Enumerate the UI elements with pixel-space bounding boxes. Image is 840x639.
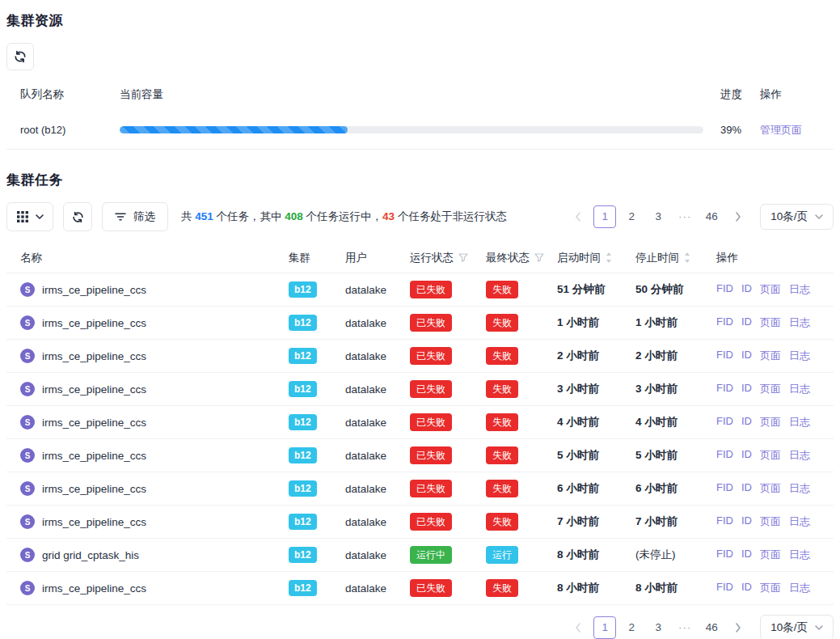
filter-funnel-icon[interactable] bbox=[458, 253, 468, 262]
user-header: 用户 bbox=[345, 251, 410, 265]
task-name: irms_ce_pipeline_ccs bbox=[42, 284, 146, 296]
id-link[interactable]: ID bbox=[741, 548, 752, 562]
fid-link[interactable]: FID bbox=[716, 581, 733, 595]
start-time: 8 小时前 bbox=[557, 581, 635, 595]
next-page-button[interactable] bbox=[727, 616, 749, 639]
sort-icon[interactable] bbox=[606, 252, 612, 263]
page-link[interactable]: 页面 bbox=[760, 315, 781, 330]
page-size-select[interactable]: 10条/页 bbox=[760, 204, 834, 230]
stop-time: 5 小时前 bbox=[635, 448, 716, 463]
final-status-badge: 运行 bbox=[486, 546, 518, 564]
pagination-ellipsis[interactable]: ··· bbox=[673, 205, 696, 228]
page-link[interactable]: 页面 bbox=[760, 349, 781, 363]
log-link[interactable]: 日志 bbox=[789, 382, 810, 396]
page-link[interactable]: 页面 bbox=[760, 415, 781, 430]
log-link[interactable]: 日志 bbox=[789, 548, 810, 562]
page-button-last[interactable]: 46 bbox=[700, 205, 723, 228]
prev-page-button[interactable] bbox=[567, 205, 589, 228]
queue-name-cell: root (b12) bbox=[20, 124, 120, 136]
fid-link[interactable]: FID bbox=[716, 382, 733, 396]
start-time: 1 小时前 bbox=[557, 315, 635, 330]
total-count: 451 bbox=[195, 210, 213, 222]
final-status-badge: 失败 bbox=[486, 513, 518, 531]
sort-icon[interactable] bbox=[684, 252, 690, 263]
page-link[interactable]: 页面 bbox=[760, 548, 781, 562]
start-time: 8 小时前 bbox=[557, 548, 635, 562]
stop-time: 2 小时前 bbox=[635, 349, 716, 363]
page-link[interactable]: 页面 bbox=[760, 448, 781, 463]
filter-funnel-icon[interactable] bbox=[534, 253, 544, 262]
start-time: 51 分钟前 bbox=[557, 282, 635, 297]
cluster-badge: b12 bbox=[289, 414, 317, 430]
id-link[interactable]: ID bbox=[741, 448, 752, 463]
id-link[interactable]: ID bbox=[741, 481, 752, 496]
page-button-last[interactable]: 46 bbox=[700, 616, 723, 639]
fid-link[interactable]: FID bbox=[716, 349, 733, 363]
fid-link[interactable]: FID bbox=[716, 514, 733, 529]
log-link[interactable]: 日志 bbox=[789, 415, 810, 430]
id-link[interactable]: ID bbox=[741, 581, 752, 595]
log-link[interactable]: 日志 bbox=[789, 448, 810, 463]
refresh-icon bbox=[14, 50, 27, 63]
task-name: irms_ce_pipeline_ccs bbox=[42, 516, 146, 528]
id-link[interactable]: ID bbox=[741, 514, 752, 529]
fid-link[interactable]: FID bbox=[716, 315, 733, 330]
user-cell: datalake bbox=[345, 417, 410, 429]
log-link[interactable]: 日志 bbox=[789, 349, 810, 363]
page-size-select[interactable]: 10条/页 bbox=[760, 615, 834, 639]
page-button-3[interactable]: 3 bbox=[647, 616, 669, 639]
pagination-bottom: 1 2 3 ··· 46 10条/页 bbox=[567, 615, 834, 639]
page-link[interactable]: 页面 bbox=[760, 282, 781, 297]
fid-link[interactable]: FID bbox=[716, 415, 733, 430]
user-cell: datalake bbox=[345, 317, 410, 329]
page-button-3[interactable]: 3 bbox=[647, 205, 669, 228]
id-link[interactable]: ID bbox=[741, 282, 752, 297]
cluster-tasks-title: 集群任务 bbox=[6, 171, 834, 189]
page-button-1[interactable]: 1 bbox=[593, 205, 616, 228]
stop-time: 8 小时前 bbox=[635, 581, 716, 595]
id-link[interactable]: ID bbox=[741, 315, 752, 330]
filter-button[interactable]: 筛选 bbox=[102, 202, 168, 231]
column-settings-button[interactable] bbox=[6, 202, 53, 231]
page-button-2[interactable]: 2 bbox=[620, 616, 643, 639]
log-link[interactable]: 日志 bbox=[789, 514, 810, 529]
start-time: 3 小时前 bbox=[557, 382, 635, 396]
task-name: irms_ce_pipeline_ccs bbox=[42, 317, 146, 329]
log-link[interactable]: 日志 bbox=[789, 481, 810, 496]
cluster-badge: b12 bbox=[289, 281, 317, 298]
fid-link[interactable]: FID bbox=[716, 481, 733, 496]
run-status-badge: 运行中 bbox=[410, 546, 452, 564]
log-link[interactable]: 日志 bbox=[789, 282, 810, 297]
chevron-down-icon bbox=[815, 214, 823, 219]
user-cell: datalake bbox=[345, 350, 410, 362]
log-link[interactable]: 日志 bbox=[789, 581, 810, 595]
id-link[interactable]: ID bbox=[741, 382, 752, 396]
table-row: Sgrid grid_cptask_his b12 datalake 运行中 运… bbox=[6, 539, 834, 572]
tasks-refresh-button[interactable] bbox=[63, 202, 92, 231]
resources-header-row: 队列名称 当前容量 进度 操作 bbox=[6, 78, 834, 111]
page-link[interactable]: 页面 bbox=[760, 581, 781, 595]
pagination-ellipsis[interactable]: ··· bbox=[673, 616, 696, 639]
prev-page-button[interactable] bbox=[567, 616, 589, 639]
page-link[interactable]: 页面 bbox=[760, 514, 781, 529]
avatar: S bbox=[20, 382, 35, 396]
task-name: irms_ce_pipeline_ccs bbox=[42, 483, 146, 495]
id-link[interactable]: ID bbox=[741, 349, 752, 363]
run-status-badge: 已失败 bbox=[410, 413, 452, 431]
page-button-2[interactable]: 2 bbox=[620, 205, 643, 228]
fid-link[interactable]: FID bbox=[716, 548, 733, 562]
page-button-1[interactable]: 1 bbox=[593, 616, 616, 639]
log-link[interactable]: 日志 bbox=[789, 315, 810, 330]
run-status-badge: 已失败 bbox=[410, 513, 452, 531]
queue-name-header: 队列名称 bbox=[20, 87, 120, 102]
fid-link[interactable]: FID bbox=[716, 282, 733, 297]
refresh-button[interactable] bbox=[6, 43, 34, 70]
page-link[interactable]: 页面 bbox=[760, 481, 781, 496]
filter-lines-icon bbox=[115, 213, 126, 221]
next-page-button[interactable] bbox=[727, 205, 749, 228]
fid-link[interactable]: FID bbox=[716, 448, 733, 463]
page-link[interactable]: 页面 bbox=[760, 382, 781, 396]
id-link[interactable]: ID bbox=[741, 415, 752, 430]
manage-page-link[interactable]: 管理页面 bbox=[760, 124, 802, 136]
stop-time: 50 分钟前 bbox=[635, 282, 716, 297]
